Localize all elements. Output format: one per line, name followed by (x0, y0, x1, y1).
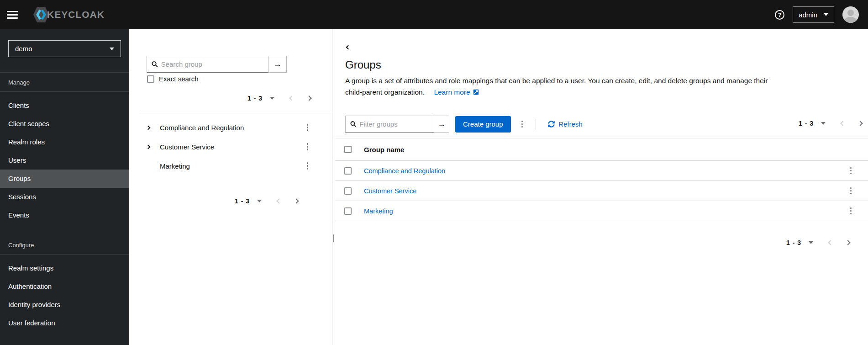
kebab-menu-icon[interactable] (304, 160, 311, 172)
group-tree-panel: → Exact search 1 - 3 Compliance and Regu… (129, 29, 332, 345)
sidebar: demo Manage Clients Client scopes Realm … (0, 29, 129, 345)
row-checkbox[interactable] (344, 167, 352, 175)
table-pagination-top: 1 - 3 (799, 120, 862, 127)
realm-selector-value: demo (15, 45, 32, 53)
create-group-button[interactable]: Create group (455, 116, 511, 133)
table-row: Marketing (335, 201, 868, 221)
table-pagination-bottom: 1 - 3 (786, 239, 850, 246)
chevron-down-icon (824, 13, 828, 16)
row-kebab-menu-icon[interactable] (847, 185, 855, 197)
learn-more-link[interactable]: Learn more (434, 88, 479, 96)
page-title: Groups (345, 58, 381, 71)
keycloak-brand[interactable]: KEYCLOAK (32, 5, 105, 24)
collapse-back-button[interactable] (345, 42, 352, 52)
expand-chevron-right-icon[interactable] (147, 126, 154, 129)
username-label: admin (799, 11, 817, 19)
avatar (842, 6, 859, 23)
user-dropdown[interactable]: admin (793, 6, 834, 23)
pagination-next-icon[interactable] (857, 121, 863, 126)
pagination-prev-icon[interactable] (289, 96, 294, 101)
splitter-grip-icon[interactable] (333, 234, 334, 242)
description-line1: A group is a set of attributes and role … (345, 77, 768, 85)
page-description: A group is a set of attributes and role … (345, 75, 768, 98)
group-tree-list: Compliance and Regulation Customer Servi… (129, 118, 332, 175)
column-header-group-name: Group name (364, 146, 404, 154)
refresh-sync-icon (548, 121, 555, 127)
sidebar-item-identity-providers[interactable]: Identity providers (0, 296, 129, 314)
nav-list-manage: Clients Client scopes Realm roles Users … (0, 96, 129, 224)
pagination-options-caret-icon[interactable] (270, 97, 274, 100)
nav-toggle-hamburger-icon[interactable] (7, 11, 18, 19)
select-all-checkbox[interactable] (344, 146, 352, 153)
pagination-next-icon[interactable] (294, 198, 299, 203)
tree-divider (139, 113, 332, 113)
pagination-range-label: 1 - 3 (799, 120, 814, 127)
pagination-options-caret-icon[interactable] (821, 122, 826, 125)
filter-groups-submit-button[interactable]: → (434, 116, 449, 133)
masthead-utilities: ? admin (775, 6, 859, 23)
realm-selector[interactable]: demo (8, 40, 121, 57)
pagination-options-caret-icon[interactable] (257, 200, 262, 202)
pagination-prev-icon[interactable] (828, 240, 833, 245)
help-icon[interactable]: ? (775, 10, 784, 20)
group-name-link[interactable]: Compliance and Regulation (364, 167, 445, 175)
pagination-next-icon[interactable] (845, 240, 850, 245)
tree-item[interactable]: Compliance and Regulation (129, 118, 332, 137)
pagination-options-caret-icon[interactable] (809, 241, 813, 244)
group-search-submit-button[interactable]: → (268, 56, 287, 73)
kebab-menu-icon[interactable] (304, 141, 311, 153)
pagination-prev-icon[interactable] (276, 198, 281, 203)
tree-item-label[interactable]: Customer Service (160, 143, 214, 151)
pagination-range-label: 1 - 3 (786, 239, 801, 246)
brand-text: KEYCLOAK (47, 9, 105, 20)
groups-main-panel: Groups A group is a set of attributes an… (335, 29, 868, 345)
groups-toolbar: → Create group Refresh 1 - 3 (345, 116, 868, 133)
sidebar-item-realm-settings[interactable]: Realm settings (0, 259, 129, 277)
exact-search-checkbox[interactable] (147, 75, 154, 83)
sidebar-item-clients[interactable]: Clients (0, 96, 129, 115)
refresh-label: Refresh (558, 120, 583, 128)
table-header-row: Group name (335, 138, 868, 161)
filter-groups-control: → (345, 116, 449, 133)
nav-list-configure: Realm settings Authentication Identity p… (0, 259, 129, 332)
sidebar-item-client-scopes[interactable]: Client scopes (0, 115, 129, 133)
exact-search-label: Exact search (159, 75, 199, 83)
kebab-menu-icon[interactable] (304, 122, 311, 133)
pagination-next-icon[interactable] (306, 96, 311, 101)
row-kebab-menu-icon[interactable] (847, 165, 855, 177)
toolbar-kebab-menu-icon[interactable] (519, 118, 526, 130)
sidebar-item-users[interactable]: Users (0, 151, 129, 170)
filter-groups-input[interactable] (359, 120, 430, 128)
group-search-control: → (147, 56, 287, 73)
group-search-input[interactable] (161, 60, 264, 68)
sidebar-item-user-federation[interactable]: User federation (0, 314, 129, 332)
filter-groups-field (345, 116, 434, 133)
tree-item-label[interactable]: Compliance and Regulation (160, 124, 244, 132)
sidebar-item-authentication[interactable]: Authentication (0, 277, 129, 296)
expand-chevron-right-icon[interactable] (147, 145, 154, 149)
sidebar-item-groups[interactable]: Groups (0, 170, 129, 188)
group-search-field (147, 56, 268, 73)
row-checkbox[interactable] (344, 187, 352, 195)
panel-resize-splitter[interactable] (332, 29, 335, 345)
nav-section-title-configure: Configure (0, 235, 129, 255)
refresh-button[interactable]: Refresh (548, 120, 583, 128)
arrow-right-icon: → (274, 59, 282, 69)
description-line2: child-parent organization. (345, 88, 425, 96)
group-name-link[interactable]: Marketing (364, 207, 393, 215)
nav-section-title-manage: Manage (0, 73, 129, 92)
tree-item[interactable]: Customer Service (129, 137, 332, 156)
tree-pagination-bottom: 1 - 3 (235, 197, 298, 205)
tree-item[interactable]: Marketing (129, 156, 332, 175)
sidebar-item-realm-roles[interactable]: Realm roles (0, 133, 129, 151)
pagination-prev-icon[interactable] (840, 121, 845, 126)
row-kebab-menu-icon[interactable] (847, 205, 855, 217)
group-name-link[interactable]: Customer Service (364, 187, 416, 195)
sidebar-item-sessions[interactable]: Sessions (0, 188, 129, 206)
chevron-down-icon (110, 48, 114, 50)
tree-item-label[interactable]: Marketing (160, 162, 190, 170)
table-row: Compliance and Regulation (335, 161, 868, 181)
row-checkbox[interactable] (344, 207, 352, 215)
sidebar-item-events[interactable]: Events (0, 206, 129, 224)
arrow-right-icon: → (437, 119, 446, 129)
